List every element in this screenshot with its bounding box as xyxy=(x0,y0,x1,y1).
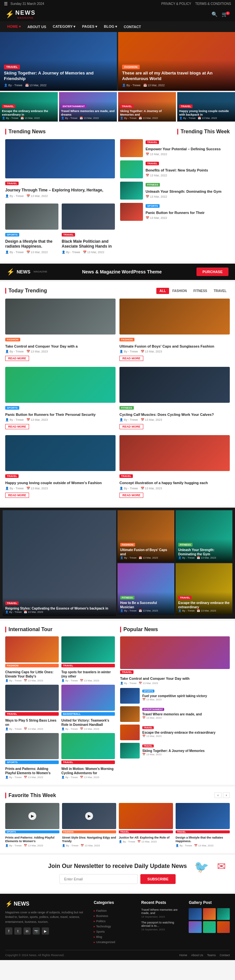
trend-right-2[interactable]: FITNESS Unleash Your Strength: Dominatin… xyxy=(120,181,230,200)
nav-blog[interactable]: BLOG ▾ xyxy=(100,21,121,32)
newsletter-input[interactable] xyxy=(59,874,138,884)
footer-cat-6[interactable]: Uncategorized xyxy=(94,940,135,945)
footer-cat-5[interactable]: Blog xyxy=(94,934,135,940)
dark-card-4[interactable]: TRAVEL Escape the ordinary embrace the e… xyxy=(176,563,232,615)
pop-card-3[interactable]: TRAVEL Escape the ordinary embrace the e… xyxy=(120,725,230,740)
play-icon-0[interactable]: ▶ xyxy=(29,812,36,820)
tab-fitness[interactable]: FITNESS xyxy=(190,288,211,294)
today-card-4[interactable]: TRAVEL Happy young loving couple outside… xyxy=(5,435,116,500)
footer-recent-0[interactable]: Travel Where memories are made, and 19 S… xyxy=(141,908,183,918)
footer-cat-2[interactable]: Politics xyxy=(94,919,135,924)
fav-prev-btn[interactable]: ‹ xyxy=(214,792,221,798)
intl-card-1[interactable]: TRAVEL Top spots for travelers in winter… xyxy=(61,636,115,682)
trend-right-1[interactable]: TRAVEL Benefits of Travel: New Study Poi… xyxy=(120,161,230,178)
hero-card-0[interactable]: TRAVEL Skiing Together: A Journey of Mem… xyxy=(0,32,117,91)
hero-card-1[interactable]: FASHION These are all of my Alberta trav… xyxy=(118,32,235,91)
read-more-1[interactable]: READ MORE xyxy=(119,356,143,361)
footer-cat-4[interactable]: Sports xyxy=(94,929,135,934)
footer-cat-1[interactable]: Business xyxy=(94,913,135,919)
dark-card-3[interactable]: FITNESS Unleash Your Strength: Dominatin… xyxy=(176,510,232,562)
search-icon[interactable]: 🔍 xyxy=(211,11,218,18)
dark-card-main[interactable]: TRAVEL Reigning Styles: Captivating the … xyxy=(3,510,116,616)
intl-grid: FASHION Charming Caps for Little Ones: E… xyxy=(5,636,115,779)
social-facebook[interactable]: f xyxy=(5,928,13,935)
pop-card-2[interactable]: ENTERTAINMENT Travel Where memories are … xyxy=(120,706,230,722)
play-icon-1[interactable]: ▶ xyxy=(85,812,93,820)
footer-gal-3[interactable] xyxy=(189,921,202,933)
newsletter-subscribe-btn[interactable]: SUBSCRIBE xyxy=(140,874,176,884)
footer-gal-2[interactable] xyxy=(217,908,230,920)
fav-card-0[interactable]: ▶ SPORTS Prints and Patterns: Adding Pla… xyxy=(5,803,59,847)
today-card-3[interactable]: FITNESS Cycling Calf Muscles: Does Cycli… xyxy=(119,367,230,431)
pop-card-1[interactable]: SPORTS Fuel your competitive spirit taki… xyxy=(120,688,230,704)
small-card-3[interactable]: TRAVEL Happy young loving couple outside… xyxy=(177,92,235,121)
footer-gal-0[interactable] xyxy=(189,908,202,920)
footer-cat-0[interactable]: Fashion xyxy=(94,908,135,913)
footer-nav-teams[interactable]: Teams xyxy=(207,953,216,957)
privacy-link[interactable]: PRIVACY & POLICY xyxy=(161,2,191,6)
trend-right-0[interactable]: TRAVEL Empower Your Potential – Defining… xyxy=(120,139,230,157)
footer-gal-5[interactable] xyxy=(217,921,230,933)
intl-card-2[interactable]: TRAVEL Ways to Play 5 String Bass Lines … xyxy=(5,685,59,730)
logo[interactable]: ⚡ NEWS MAGAZINE xyxy=(5,10,36,19)
trend-card-large-0[interactable]: TRAVEL Journey Through Time – Exploring … xyxy=(5,139,115,200)
fav-card-1[interactable]: ▶ FASHION Street Style Diva: Navigating … xyxy=(62,803,116,847)
today-card-1[interactable]: FASHION Ultimate Fusion of Boys' Caps an… xyxy=(119,299,230,363)
hamburger-icon[interactable]: ☰ xyxy=(4,1,8,6)
nav-pages[interactable]: PAGES ▾ xyxy=(79,21,101,32)
today-card-2[interactable]: SPORTS Panic Button for Runners for Thei… xyxy=(5,367,116,431)
footer-description: Magazines cover a wide range of subjects… xyxy=(5,910,87,924)
today-card-0[interactable]: FASHION Take Control and Conquer Your Da… xyxy=(5,299,116,363)
dark-card-1[interactable]: FASHION Ultimate Fusion of Boys' Caps an… xyxy=(118,510,174,562)
social-youtube[interactable]: ▶ xyxy=(42,928,49,935)
small-card-1[interactable]: ENTERTAINMENT Travel Where memories are … xyxy=(59,92,117,121)
footer-recent-1[interactable]: The passport to watching abroad is to...… xyxy=(141,921,183,931)
nav-home[interactable]: HOME ▾ xyxy=(4,21,24,32)
nav-about[interactable]: ABOUT US xyxy=(24,22,49,32)
read-more-3[interactable]: READ MORE xyxy=(119,424,143,429)
trend-card-0[interactable]: SPORTS Design a lifestyle that the radia… xyxy=(5,204,59,256)
footer-cat-3[interactable]: Technology xyxy=(94,924,135,929)
tab-all[interactable]: ALL xyxy=(156,288,169,294)
pop-card-4[interactable]: TRAVEL Skiing Together: A Journey of Mem… xyxy=(120,743,230,759)
footer-nav-about[interactable]: About Us xyxy=(191,953,203,957)
trend-card-1[interactable]: TRAVEL Black Male Politician and Aseciat… xyxy=(62,204,115,256)
small-card-2[interactable]: TRAVEL Skiing Together: A Journey of Mem… xyxy=(118,92,176,121)
small-title-2: Skiing Together: A Journey of Memories a… xyxy=(120,110,174,117)
footer-nav-home[interactable]: Home xyxy=(179,953,187,957)
read-more-0[interactable]: READ MORE xyxy=(5,356,29,361)
intl-card-3[interactable]: BASKETBALL United for Victory: Teamwork'… xyxy=(61,685,115,730)
today-card-5[interactable]: TRAVEL Concept illustration of a happy f… xyxy=(119,435,230,500)
footer-gal-4[interactable] xyxy=(203,921,216,933)
read-more-2[interactable]: READ MORE xyxy=(5,424,29,429)
social-twitter[interactable]: t xyxy=(14,928,22,935)
pop-large[interactable]: TRAVEL Take Control and Conquer Your Day… xyxy=(120,636,230,685)
terms-link[interactable]: TERMS & CONDITIONS xyxy=(195,2,231,6)
social-instagram[interactable]: 📷 xyxy=(33,928,40,935)
fav-header: Favorite This Week ‹ › xyxy=(5,792,230,799)
banner-purchase-btn[interactable]: PURCHASE xyxy=(197,267,229,276)
small-card-0[interactable]: TRAVEL Escape the ordinary embrace the e… xyxy=(0,92,58,121)
fav-card-3[interactable]: TRAVEL Design a lifestyle that the radia… xyxy=(176,803,230,847)
fav-title: Favorite This Week xyxy=(5,792,56,799)
trend-right-3[interactable]: SPORTS Panic Button for Runners for Thei… xyxy=(120,203,230,221)
dark-card-2[interactable]: FITNESS How to Be a Successful Musician … xyxy=(118,563,174,615)
fav-next-btn[interactable]: › xyxy=(223,792,230,798)
intl-card-5[interactable]: TRAVEL Well in Motion: Women's Morning C… xyxy=(61,733,115,779)
nav-contact[interactable]: CONTACT xyxy=(121,22,144,32)
tab-fashion[interactable]: FASHION xyxy=(169,288,190,294)
read-more-4[interactable]: READ MORE xyxy=(5,493,29,498)
footer-gal-1[interactable] xyxy=(203,908,216,920)
nav-category[interactable]: CATEGORY ▾ xyxy=(49,21,79,32)
footer-nav-contact[interactable]: Contact xyxy=(220,953,230,957)
intl-card-0[interactable]: FASHION Charming Caps for Little Ones: E… xyxy=(5,636,59,682)
trending-title: Trending News xyxy=(5,129,46,135)
fav-card-2[interactable]: TRAVEL Justice for All: Exploring the Ro… xyxy=(119,803,173,847)
cart-icon[interactable]: 🛒0 xyxy=(222,11,230,18)
social-linkedin[interactable]: in xyxy=(24,928,31,935)
fav-grid: ▶ SPORTS Prints and Patterns: Adding Pla… xyxy=(5,803,230,847)
tab-travel[interactable]: TRAVEL xyxy=(211,288,230,294)
footer-copyright: Copyright © 2024 News. All Rights Reserv… xyxy=(5,953,64,957)
intl-card-4[interactable]: SPORTS Prints and Patterns: Adding Playf… xyxy=(5,733,59,779)
read-more-5[interactable]: READ MORE xyxy=(119,493,143,498)
